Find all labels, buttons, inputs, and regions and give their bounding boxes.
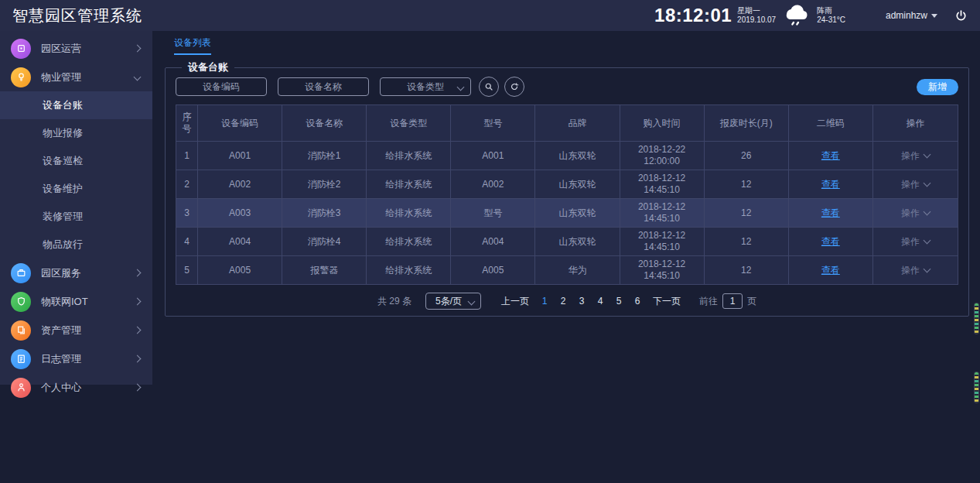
cell-brand: 山东双轮 [535, 228, 620, 255]
action-dropdown[interactable]: 操作 [901, 236, 930, 248]
page-number[interactable]: 3 [572, 296, 591, 307]
sidebar-item-iot[interactable]: 物联网IOT [0, 287, 152, 316]
col-model: 型号 [451, 105, 535, 141]
chevron-right-icon [134, 327, 142, 334]
sidebar-item-park-service[interactable]: 园区服务 [0, 259, 152, 287]
cell-name: 消防栓3 [282, 199, 367, 227]
chevron-down-icon [457, 84, 465, 91]
table-row: 1 A001 消防栓1 给排水系统 A001 山东双轮 2018-12-22 1… [176, 141, 958, 170]
prev-page-button[interactable]: 上一页 [501, 295, 529, 308]
cell-code: A003 [198, 199, 282, 227]
scroll-marker [974, 372, 979, 403]
goto-page-input[interactable] [722, 293, 743, 309]
action-dropdown[interactable]: 操作 [901, 150, 930, 162]
col-scrap-months: 报废时长(月) [705, 105, 789, 141]
cell-name: 消防栓1 [282, 142, 367, 170]
cell-name: 消防栓2 [282, 170, 367, 198]
cell-type: 给排水系统 [367, 228, 451, 255]
page-number[interactable]: 4 [591, 296, 610, 307]
sidebar-item-label: 资产管理 [41, 324, 135, 337]
panel-title: 设备台账 [182, 60, 234, 74]
cell-scrap-months: 12 [705, 170, 789, 198]
tab-device-list[interactable]: 设备列表 [174, 36, 211, 55]
sidebar-subitem-device-ledger[interactable]: 设备台账 [0, 91, 152, 119]
cell-brand: 山东双轮 [535, 199, 620, 227]
view-qrcode-link[interactable]: 查看 [821, 236, 840, 248]
cell-scrap-months: 26 [705, 142, 789, 170]
page-number[interactable]: 1 [535, 296, 554, 307]
sidebar-subitem-decoration-management[interactable]: 装修管理 [0, 203, 152, 231]
next-page-button[interactable]: 下一页 [653, 295, 681, 308]
search-button[interactable] [479, 77, 499, 97]
page-number[interactable]: 2 [554, 296, 572, 307]
clock: 18:12:01 [654, 5, 732, 26]
page-size-select[interactable]: 5条/页 [425, 293, 481, 310]
chevron-down-icon [923, 151, 930, 159]
sidebar-subitem-property-repair[interactable]: 物业报修 [0, 119, 152, 147]
view-qrcode-link[interactable]: 查看 [821, 265, 840, 276]
search-toolbar: 设备类型 新增 [176, 77, 958, 97]
sidebar-item-property-management[interactable]: 物业管理 [0, 63, 152, 91]
sidebar-item-asset-management[interactable]: 资产管理 [0, 316, 152, 344]
weather-cloud-icon [782, 4, 811, 27]
header-right: 18:12:01 星期一 2019.10.07 阵雨 24-31°C admin… [654, 4, 980, 27]
user-menu[interactable]: adminhzw [886, 10, 937, 21]
col-code: 设备编码 [198, 105, 282, 141]
page-size-value: 5条/页 [435, 295, 462, 308]
col-type: 设备类型 [367, 105, 451, 141]
cell-purchase-time: 2018-12-12 14:45:10 [620, 170, 705, 198]
chevron-right-icon [134, 298, 142, 306]
add-button[interactable]: 新增 [917, 79, 958, 95]
cell-purchase-time: 2018-12-22 12:00:00 [620, 142, 705, 170]
cell-code: A002 [198, 170, 282, 198]
table-header-row: 序号 设备编码 设备名称 设备类型 型号 品牌 购入时间 报废时长(月) 二维码… [176, 105, 958, 141]
page-number[interactable]: 5 [610, 296, 628, 307]
device-ledger-panel: 设备台账 设备类型 新增 序号 设备编码 设备名称 设备类型 [165, 60, 969, 317]
col-name: 设备名称 [282, 105, 367, 141]
person-icon [11, 378, 31, 398]
device-code-input[interactable] [176, 77, 267, 96]
briefcase-icon [11, 263, 31, 283]
cell-index: 5 [176, 256, 198, 284]
page-number[interactable]: 6 [628, 296, 647, 307]
refresh-button[interactable] [504, 77, 524, 97]
sidebar-subitem-device-inspection[interactable]: 设备巡检 [0, 147, 152, 175]
main-content: 设备列表 设备台账 设备类型 新增 序号 设备编码 设备名称 [152, 31, 980, 483]
sidebar-item-personal-center[interactable]: 个人中心 [0, 373, 152, 402]
sidebar-subitem-item-release[interactable]: 物品放行 [0, 231, 152, 259]
action-dropdown[interactable]: 操作 [901, 207, 930, 219]
cell-model: A004 [451, 228, 535, 255]
cell-name: 消防栓4 [282, 228, 367, 255]
view-qrcode-link[interactable]: 查看 [821, 150, 840, 162]
app-header: 智慧园区管理系统 18:12:01 星期一 2019.10.07 阵雨 24-3… [0, 0, 980, 31]
col-brand: 品牌 [535, 105, 620, 141]
action-dropdown[interactable]: 操作 [901, 179, 930, 190]
view-qrcode-link[interactable]: 查看 [821, 207, 840, 219]
goto-suffix: 页 [747, 295, 756, 308]
sidebar-item-log-management[interactable]: 日志管理 [0, 344, 152, 373]
action-dropdown[interactable]: 操作 [901, 265, 930, 276]
cell-type: 给排水系统 [367, 199, 451, 227]
table-row: 5 A005 报警器 给排水系统 A005 华为 2018-12-12 14:4… [176, 255, 958, 284]
cell-brand: 山东双轮 [535, 170, 620, 198]
cell-index: 2 [176, 170, 198, 198]
view-qrcode-link[interactable]: 查看 [821, 179, 840, 190]
device-type-select[interactable]: 设备类型 [380, 77, 471, 96]
table-row-highlighted: 3 A003 消防栓3 给排水系统 型号 山东双轮 2018-12-12 14:… [176, 198, 958, 227]
power-button[interactable] [954, 9, 968, 22]
cell-brand: 山东双轮 [535, 142, 620, 170]
device-name-input[interactable] [278, 77, 369, 96]
cell-model: 型号 [451, 199, 535, 227]
tab-bar: 设备列表 [152, 31, 980, 55]
sidebar-item-park-operation[interactable]: 园区运营 [0, 34, 152, 63]
sidebar-subitem-device-maintenance[interactable]: 设备维护 [0, 175, 152, 203]
device-type-select-value: 设备类型 [407, 80, 444, 94]
cell-brand: 华为 [535, 256, 620, 284]
cell-scrap-months: 12 [705, 256, 789, 284]
sidebar-item-label: 个人中心 [41, 381, 135, 395]
cell-code: A004 [198, 228, 282, 255]
weather-block: 阵雨 24-31°C [817, 6, 845, 25]
app-title: 智慧园区管理系统 [0, 5, 142, 26]
chevron-down-icon [134, 74, 142, 81]
weather-condition: 阵雨 [817, 6, 845, 15]
